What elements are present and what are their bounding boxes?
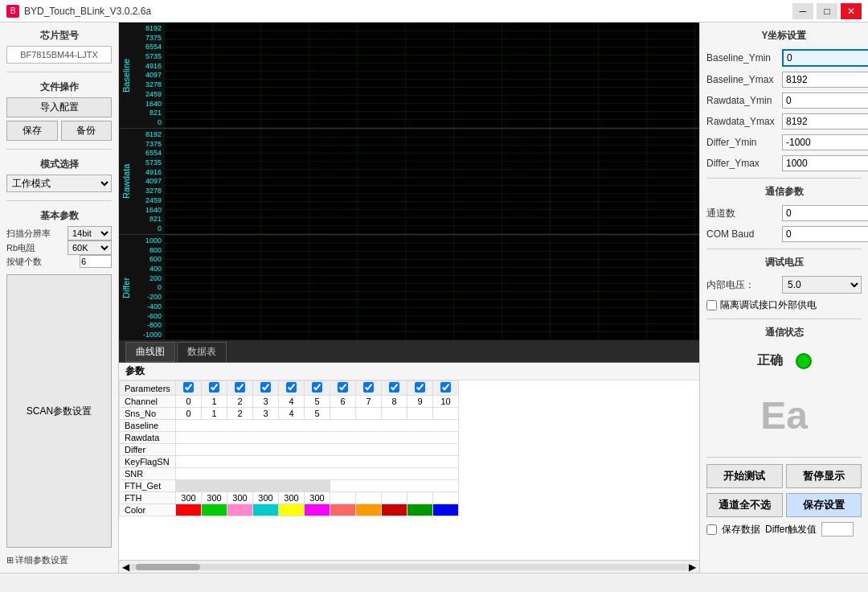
check-9[interactable] xyxy=(415,382,425,393)
differ-ymin-label: Differ_Ymin xyxy=(706,137,779,148)
charts-area: Baseline 8192 7375 6554 5735 4916 4097 3… xyxy=(119,23,699,340)
check-4[interactable] xyxy=(286,382,297,393)
backup-button[interactable]: 备份 xyxy=(61,121,113,141)
table-row-fthget: FTH_Get xyxy=(120,480,459,492)
scroll-left-arrow[interactable]: ◀ xyxy=(122,561,129,573)
differ-row-label: Differ xyxy=(120,444,176,456)
check-6[interactable] xyxy=(338,382,348,393)
save-data-checkbox[interactable] xyxy=(706,524,717,535)
differ-trig-input[interactable] xyxy=(821,522,854,536)
differ-ymin-input[interactable] xyxy=(782,134,868,150)
snr-label: SNR xyxy=(120,468,176,480)
differ-trig-label: Differ触发值 xyxy=(765,523,817,536)
th-check-5[interactable] xyxy=(305,381,330,396)
fth-2: 300 xyxy=(227,492,253,504)
th-check-0[interactable] xyxy=(176,381,202,396)
mode-dropdown[interactable]: 工作模式 xyxy=(6,175,112,192)
channel-count-input[interactable] xyxy=(782,205,868,221)
rawdata-y-6554: 6554 xyxy=(133,149,162,157)
th-check-6[interactable] xyxy=(330,381,356,396)
detail-params-label: 详细参数设置 xyxy=(15,554,68,566)
rawdata-y-4916: 4916 xyxy=(133,168,162,176)
minimize-button[interactable]: ─ xyxy=(792,3,813,19)
status-bar xyxy=(0,573,868,592)
check-5[interactable] xyxy=(312,382,322,393)
detail-params-row[interactable]: ⊞ 详细参数设置 xyxy=(6,554,112,566)
svg-rect-0 xyxy=(164,23,699,128)
basic-params-section: 基本参数 扫描分辨率 14bit Rb电阻 60K 按键个数 xyxy=(6,209,112,268)
rawdata-ymin-label: Rawdata_Ymin xyxy=(706,95,779,106)
isolate-checkbox[interactable] xyxy=(706,300,717,310)
rawdata-row-label: Rawdata xyxy=(120,432,176,444)
rawdata-y-axis: 8192 7375 6554 5735 4916 4097 3278 2459 … xyxy=(133,129,164,234)
baseline-y-2459: 2459 xyxy=(133,90,162,98)
com-baud-label: COM Baud xyxy=(706,228,779,240)
check-1[interactable] xyxy=(209,382,219,393)
internal-voltage-select[interactable]: 5.0 xyxy=(782,276,862,294)
channel-8: 8 xyxy=(382,396,407,408)
rawdata-ymin-input[interactable] xyxy=(782,92,868,109)
maximize-button[interactable]: □ xyxy=(817,3,837,19)
fth-9 xyxy=(407,492,433,504)
th-check-9[interactable] xyxy=(407,381,433,396)
color-4 xyxy=(279,504,305,516)
th-check-10[interactable] xyxy=(433,381,459,396)
baseline-grid xyxy=(164,23,699,128)
right-divider-1 xyxy=(706,178,862,179)
rawdata-ymax-input[interactable] xyxy=(782,113,868,130)
chip-name-box: BF7815BM44-LJTX xyxy=(6,46,112,64)
channel-10: 10 xyxy=(433,396,459,408)
keys-input[interactable] xyxy=(80,255,112,268)
import-config-button[interactable]: 导入配置 xyxy=(6,97,112,117)
action-row-2: 通道全不选 保存设置 xyxy=(706,493,862,517)
rb-select[interactable]: 60K xyxy=(68,240,112,255)
scroll-right-arrow[interactable]: ▶ xyxy=(689,561,696,573)
pause-display-button[interactable]: 暂停显示 xyxy=(786,464,862,488)
right-divider-4 xyxy=(706,457,862,458)
snsno-10 xyxy=(433,408,459,420)
th-check-7[interactable] xyxy=(356,381,382,396)
baseline-ymax-input[interactable] xyxy=(782,72,868,88)
th-check-4[interactable] xyxy=(279,381,305,396)
com-baud-input[interactable] xyxy=(782,226,868,242)
table-row-rawdata: Rawdata xyxy=(120,432,459,444)
status-text: 正确 xyxy=(757,352,783,369)
baseline-ymin-input[interactable] xyxy=(782,49,868,67)
close-button[interactable]: ✕ xyxy=(841,3,862,19)
differ-chart: Differ 1000 800 600 400 200 0 -200 -400 … xyxy=(119,235,699,340)
channel-2: 2 xyxy=(227,396,253,408)
rawdata-y-2459: 2459 xyxy=(133,196,162,204)
fth-3: 300 xyxy=(253,492,279,504)
horizontal-scrollbar[interactable] xyxy=(129,564,689,570)
scan-rate-label: 扫描分辨率 xyxy=(6,228,64,240)
scan-params-button[interactable]: SCAN参数设置 xyxy=(6,274,112,548)
th-check-3[interactable] xyxy=(253,381,279,396)
check-3[interactable] xyxy=(260,382,271,393)
check-8[interactable] xyxy=(389,382,399,393)
th-check-1[interactable] xyxy=(202,381,227,396)
app-icon: B xyxy=(6,5,19,18)
check-2[interactable] xyxy=(235,382,245,393)
scrollbar-thumb[interactable] xyxy=(136,564,200,570)
baseline-plot xyxy=(164,23,699,128)
tab-data[interactable]: 数据表 xyxy=(177,342,227,362)
th-check-2[interactable] xyxy=(227,381,253,396)
differ-ymax-input[interactable] xyxy=(782,155,868,171)
basic-params-title: 基本参数 xyxy=(6,209,112,223)
scan-rate-select[interactable]: 14bit xyxy=(68,226,112,240)
save-button[interactable]: 保存 xyxy=(6,121,58,141)
check-7[interactable] xyxy=(363,382,374,393)
divider-1 xyxy=(6,72,112,72)
save-settings-button[interactable]: 保存设置 xyxy=(786,493,862,517)
differ-y-n1000: -1000 xyxy=(133,331,162,339)
tab-curve[interactable]: 曲线图 xyxy=(125,342,175,362)
check-10[interactable] xyxy=(440,382,451,393)
table-scroll[interactable]: Parameters xyxy=(119,380,699,560)
check-0[interactable] xyxy=(183,382,194,393)
th-check-8[interactable] xyxy=(382,381,407,396)
table-row-channel: Channel 0 1 2 3 4 5 6 7 8 9 10 xyxy=(120,396,459,408)
color-5 xyxy=(305,504,330,516)
start-test-button[interactable]: 开始测试 xyxy=(706,464,783,488)
channel-0: 0 xyxy=(176,396,202,408)
deselect-all-button[interactable]: 通道全不选 xyxy=(706,493,783,517)
